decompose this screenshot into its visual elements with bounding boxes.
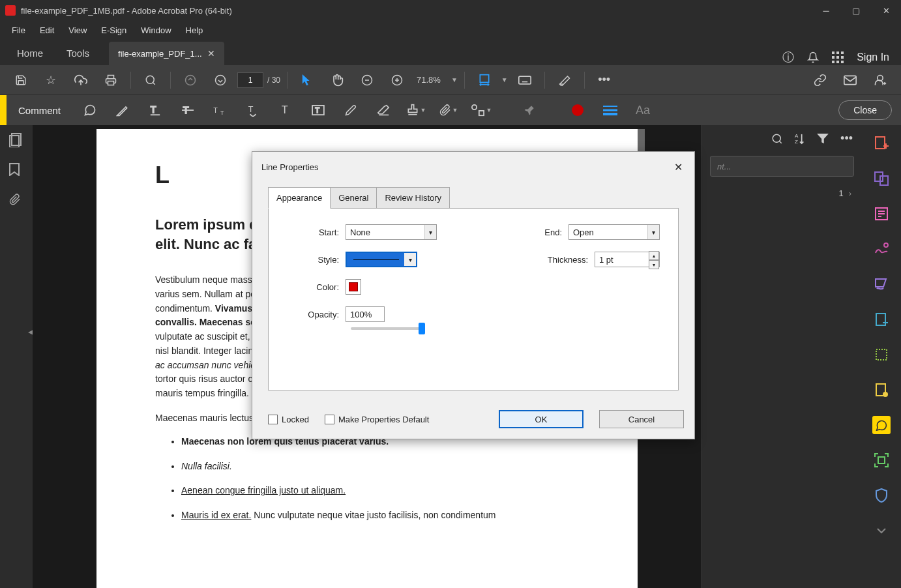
color-picker[interactable]: [346, 279, 361, 295]
bell-icon[interactable]: [807, 51, 819, 63]
filter-icon[interactable]: [817, 134, 829, 144]
svg-text:T: T: [213, 106, 218, 114]
attachments-icon[interactable]: [9, 193, 23, 207]
zoom-dropdown-icon[interactable]: ▼: [451, 76, 458, 83]
start-select[interactable]: None ▾: [346, 224, 437, 240]
sticky-note-icon[interactable]: [75, 98, 105, 122]
redact-icon[interactable]: [552, 68, 578, 92]
email-icon[interactable]: [837, 68, 863, 92]
close-comment-button[interactable]: Close: [838, 100, 892, 120]
search-comments-icon[interactable]: [771, 133, 783, 145]
thumbnails-icon[interactable]: [9, 133, 23, 147]
line-thickness-icon[interactable]: [595, 98, 625, 122]
zoom-out-icon[interactable]: [354, 68, 380, 92]
bookmarks-icon[interactable]: [9, 163, 23, 177]
share-link-icon[interactable]: [807, 68, 833, 92]
protect-icon[interactable]: [872, 486, 891, 505]
more-tools-rail-icon[interactable]: [872, 522, 891, 540]
save-icon[interactable]: [8, 68, 34, 92]
cancel-button[interactable]: Cancel: [599, 410, 684, 428]
menu-view[interactable]: View: [62, 23, 93, 38]
scan-ocr-icon[interactable]: [872, 451, 891, 469]
profile-icon[interactable]: [867, 68, 893, 92]
request-signatures-icon[interactable]: [872, 240, 891, 258]
sort-icon[interactable]: AZ: [795, 133, 805, 145]
font-size-icon[interactable]: Aa: [628, 98, 658, 122]
thickness-down-icon[interactable]: ▾: [649, 260, 659, 269]
keyboard-icon[interactable]: [512, 68, 538, 92]
pin-icon[interactable]: [514, 98, 544, 122]
svg-line-52: [780, 141, 782, 143]
slider-thumb[interactable]: [419, 323, 425, 334]
underline-icon[interactable]: T: [140, 98, 170, 122]
hand-icon[interactable]: [324, 68, 350, 92]
fit-width-icon[interactable]: [471, 68, 497, 92]
fill-sign-icon[interactable]: [872, 275, 891, 293]
nav-tools[interactable]: Tools: [55, 41, 101, 65]
document-tab[interactable]: file-example_PDF_1... ✕: [109, 42, 224, 65]
fit-dropdown-icon[interactable]: ▼: [501, 76, 508, 83]
left-rail: ◀: [0, 125, 33, 588]
color-indicator[interactable]: [563, 98, 593, 122]
opacity-input[interactable]: 100%: [346, 306, 385, 322]
drawing-tools-icon[interactable]: ▼: [466, 98, 496, 122]
tab-close-icon[interactable]: ✕: [207, 48, 215, 59]
attach-icon[interactable]: ▼: [434, 98, 464, 122]
opacity-slider[interactable]: [351, 327, 422, 330]
maximize-button[interactable]: ▢: [841, 0, 871, 21]
tab-general[interactable]: General: [330, 187, 377, 209]
apps-grid-icon[interactable]: [832, 51, 844, 63]
chevron-right-icon[interactable]: ›: [849, 188, 851, 198]
export-pdf-icon[interactable]: [872, 310, 891, 329]
help-icon[interactable]: ⓘ: [782, 50, 794, 65]
comments-count: 1›: [702, 181, 862, 206]
page-number-input[interactable]: [237, 72, 263, 88]
tab-appearance[interactable]: Appearance: [268, 187, 331, 209]
send-comments-icon[interactable]: [872, 381, 891, 399]
cloud-upload-icon[interactable]: [68, 68, 94, 92]
replace-text-icon[interactable]: TT: [205, 98, 235, 122]
menu-file[interactable]: File: [5, 23, 32, 38]
pencil-icon[interactable]: [336, 98, 366, 122]
make-default-checkbox[interactable]: [325, 415, 334, 424]
combine-files-icon[interactable]: [872, 169, 891, 188]
tab-review-history[interactable]: Review History: [376, 187, 450, 209]
highlight-icon[interactable]: [108, 98, 138, 122]
menu-edit[interactable]: Edit: [33, 23, 61, 38]
star-icon[interactable]: ☆: [38, 68, 64, 92]
end-select[interactable]: Open ▾: [569, 224, 660, 240]
cursor-icon[interactable]: [294, 68, 320, 92]
eraser-icon[interactable]: [368, 98, 398, 122]
minimize-button[interactable]: ─: [811, 0, 841, 21]
page-up-icon[interactable]: [177, 68, 203, 92]
dialog-close-icon[interactable]: ✕: [670, 158, 687, 175]
menu-esign[interactable]: E-Sign: [95, 23, 133, 38]
text-box-icon[interactable]: T: [303, 98, 333, 122]
zoom-value[interactable]: 71.8%: [414, 75, 443, 85]
zoom-in-icon[interactable]: [384, 68, 410, 92]
more-tools-icon[interactable]: •••: [591, 68, 617, 92]
locked-checkbox[interactable]: [268, 415, 278, 424]
thickness-input[interactable]: 1 pt ▴ ▾: [595, 252, 660, 267]
menu-help[interactable]: Help: [179, 23, 210, 38]
edit-pdf-icon[interactable]: [872, 205, 891, 223]
insert-text-icon[interactable]: T: [238, 98, 268, 122]
organize-pages-icon[interactable]: [872, 345, 891, 364]
page-down-icon[interactable]: [207, 68, 233, 92]
strikethrough-icon[interactable]: T: [173, 98, 203, 122]
nav-home[interactable]: Home: [5, 41, 55, 65]
ok-button[interactable]: OK: [499, 410, 583, 428]
thickness-up-icon[interactable]: ▴: [649, 251, 659, 260]
create-pdf-icon[interactable]: [872, 134, 891, 153]
comment-tool-icon[interactable]: [872, 416, 891, 434]
comments-search-input[interactable]: nt...: [710, 156, 854, 177]
close-window-button[interactable]: ✕: [871, 0, 901, 21]
style-select[interactable]: ▾: [346, 252, 417, 267]
menu-window[interactable]: Window: [134, 23, 177, 38]
sign-in-button[interactable]: Sign In: [857, 51, 889, 63]
panel-options-icon[interactable]: •••: [840, 132, 853, 145]
find-icon[interactable]: [138, 68, 164, 92]
stamp-icon[interactable]: ▼: [401, 98, 431, 122]
text-comment-icon[interactable]: T: [271, 98, 301, 122]
print-icon[interactable]: [98, 68, 124, 92]
